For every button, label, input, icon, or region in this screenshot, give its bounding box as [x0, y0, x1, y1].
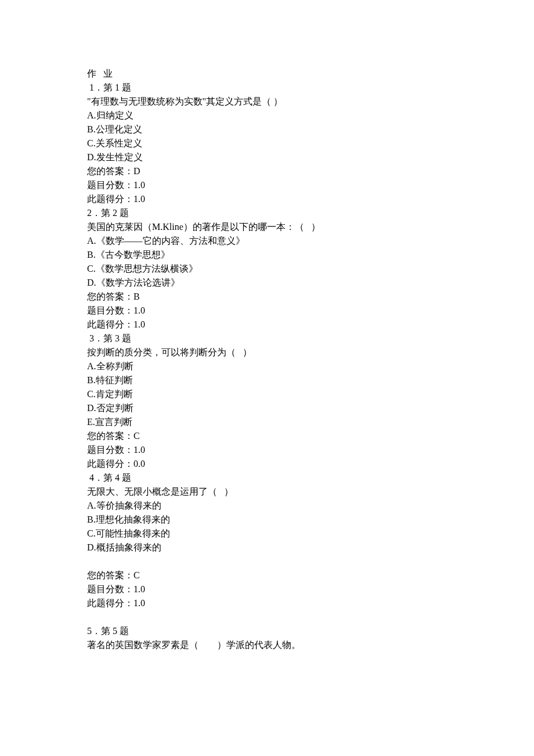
questions-container: 1．第 1 题"有理数与无理数统称为实数"其定义方式是（ ）A.归纳定义B.公理… — [87, 81, 447, 652]
score-line: 题目分数：1.0 — [87, 443, 447, 457]
question-option: A.归纳定义 — [87, 109, 447, 123]
got-line: 此题得分：1.0 — [87, 318, 447, 332]
score-line: 题目分数：1.0 — [87, 582, 447, 596]
got-line: 此题得分：1.0 — [87, 192, 447, 206]
question-number: 2．第 2 题 — [87, 206, 447, 220]
question-option: C.肯定判断 — [87, 387, 447, 401]
got-line: 此题得分：0.0 — [87, 457, 447, 471]
question-option: E.宣言判断 — [87, 415, 447, 429]
question-number: 4．第 4 题 — [87, 471, 447, 485]
answer-line: 您的答案：B — [87, 290, 447, 304]
question-option: C.关系性定义 — [87, 136, 447, 150]
got-line: 此题得分：1.0 — [87, 596, 447, 610]
question-option: D.发生性定义 — [87, 150, 447, 164]
question-number: 5．第 5 题 — [87, 624, 447, 638]
question-option: D.否定判断 — [87, 401, 447, 415]
score-line: 题目分数：1.0 — [87, 178, 447, 192]
question-option: B.《古今数学思想》 — [87, 248, 447, 262]
question-number: 3．第 3 题 — [87, 332, 447, 345]
question-prompt: 按判断的质分类，可以将判断分为（ ） — [87, 345, 447, 359]
blank-line — [87, 610, 447, 624]
question-option: B.理想化抽象得来的 — [87, 513, 447, 527]
question-number: 1．第 1 题 — [87, 81, 447, 95]
answer-line: 您的答案：D — [87, 164, 447, 178]
question-option: D.《数学方法论选讲》 — [87, 276, 447, 290]
blank-line — [87, 555, 447, 568]
score-line: 题目分数：1.0 — [87, 304, 447, 318]
question-option: B.公理化定义 — [87, 123, 447, 136]
question-prompt: "有理数与无理数统称为实数"其定义方式是（ ） — [87, 95, 447, 109]
question-prompt: 美国的克莱因（M.Kline）的著作是以下的哪一本：（ ） — [87, 220, 447, 234]
question-option: A.等价抽象得来的 — [87, 499, 447, 513]
question-option: A.全称判断 — [87, 359, 447, 373]
header-line: 作 业 — [87, 67, 447, 81]
question-prompt: 著名的英国数学家罗素是（ ）学派的代表人物。 — [87, 638, 447, 652]
answer-line: 您的答案：C — [87, 568, 447, 582]
question-option: B.特征判断 — [87, 373, 447, 387]
question-option: C.《数学思想方法纵横谈》 — [87, 262, 447, 276]
answer-line: 您的答案：C — [87, 429, 447, 443]
question-option: C.可能性抽象得来的 — [87, 527, 447, 541]
question-option: D.概括抽象得来的 — [87, 541, 447, 555]
document-page: 作 业 1．第 1 题"有理数与无理数统称为实数"其定义方式是（ ）A.归纳定义… — [0, 0, 534, 756]
question-prompt: 无限大、无限小概念是运用了（ ） — [87, 485, 447, 499]
question-option: A.《数学——它的内容、方法和意义》 — [87, 234, 447, 248]
